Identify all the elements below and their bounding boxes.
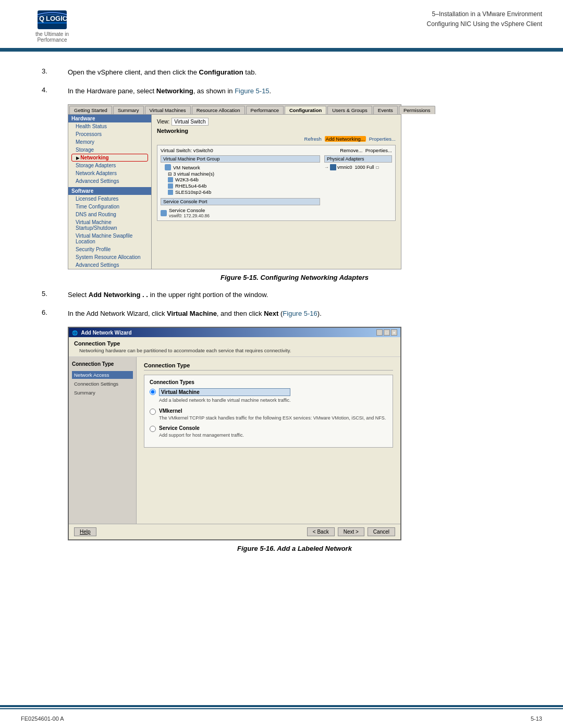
panel-storage-adapters[interactable]: Storage Adapters bbox=[68, 162, 151, 169]
vm-rhel5: RHEL5u4-64b bbox=[168, 183, 320, 189]
footer-left: FE0254601-00 A bbox=[21, 715, 64, 722]
cancel-button[interactable]: Cancel bbox=[368, 527, 395, 536]
panel-licensed-features[interactable]: Licensed Features bbox=[68, 195, 151, 203]
tab-getting-started[interactable]: Getting Started bbox=[69, 106, 112, 114]
wizard-footer: Help < Back Next > Cancel bbox=[69, 524, 400, 539]
refresh-link[interactable]: Refresh bbox=[304, 136, 322, 142]
step-5-text: Select Add Networking . . in the upper r… bbox=[68, 290, 521, 300]
option-vm-desc: Add a labeled network to handle virtual … bbox=[159, 397, 290, 404]
qlogic-logo-icon: Q LOGIC bbox=[36, 9, 68, 30]
panel-processors[interactable]: Processors bbox=[68, 130, 151, 138]
panel-health-status[interactable]: Health Status bbox=[68, 122, 151, 130]
figure-16-link[interactable]: Figure 5-16 bbox=[283, 310, 317, 317]
wizard-nav-network-access[interactable]: Network Access bbox=[72, 371, 133, 379]
tab-events[interactable]: Events bbox=[373, 106, 398, 114]
wizard-titlebar-controls: _ □ × bbox=[376, 329, 397, 336]
figure-15-link[interactable]: Figure 5-15 bbox=[235, 87, 269, 95]
wizard-nav-connection-settings[interactable]: Connection Settings bbox=[72, 380, 133, 388]
footer-right: 5-13 bbox=[531, 715, 542, 722]
tab-resource-allocation[interactable]: Resource Allocation bbox=[192, 106, 245, 114]
panel-storage[interactable]: Storage bbox=[68, 146, 151, 154]
panel-dns-routing[interactable]: DNS and Routing bbox=[68, 211, 151, 218]
option-sc-label: Service Console bbox=[159, 425, 244, 431]
vm-w2k3-icon bbox=[168, 177, 173, 182]
panel-networking[interactable]: Networking bbox=[71, 154, 148, 162]
close-button[interactable]: × bbox=[391, 329, 397, 336]
panel-system-resource[interactable]: System Resource Allocation bbox=[68, 253, 151, 261]
wizard-screenshot: 🌐 Add Network Wizard _ □ × Connection Ty… bbox=[68, 327, 401, 540]
view-dropdown[interactable]: Virtual Switch bbox=[172, 118, 208, 126]
adapter-icon bbox=[330, 164, 336, 170]
wizard-header-section: Connection Type Networking hardware can … bbox=[69, 337, 400, 357]
wizard-header-desc: Networking hardware can be partitioned t… bbox=[79, 348, 395, 353]
tab-users-groups[interactable]: Users & Groups bbox=[327, 106, 372, 114]
vswitch-box: Virtual Switch: vSwitch0 Remove... Prope… bbox=[157, 145, 396, 221]
figure-16-container: 🌐 Add Network Wizard _ □ × Connection Ty… bbox=[68, 327, 521, 552]
panel-network-adapters[interactable]: Network Adapters bbox=[68, 169, 151, 177]
panel-time-configuration[interactable]: Time Configuration bbox=[68, 203, 151, 211]
vsphere-left-panel: Hardware Health Status Processors Memory… bbox=[68, 115, 152, 269]
option-vm-content: Virtual Machine Add a labeled network to… bbox=[159, 388, 290, 404]
help-button[interactable]: Help bbox=[74, 527, 96, 536]
vsphere-body: Hardware Health Status Processors Memory… bbox=[68, 115, 401, 269]
radio-service-console[interactable] bbox=[150, 426, 156, 432]
hardware-section-header: Hardware bbox=[68, 115, 151, 122]
tab-summary[interactable]: Summary bbox=[113, 106, 144, 114]
add-networking-link[interactable]: Add Networking... bbox=[325, 136, 366, 142]
panel-advanced-settings-hw[interactable]: Advanced Settings bbox=[68, 177, 151, 185]
panel-advanced-settings-sw[interactable]: Advanced Settings bbox=[68, 261, 151, 269]
service-console-ip: vswif0: 172.29.40.86 bbox=[169, 213, 210, 218]
service-console-label: Service Console bbox=[169, 207, 210, 213]
wizard-nav-summary[interactable]: Summary bbox=[72, 389, 133, 397]
option-virtual-machine: Virtual Machine Add a labeled network to… bbox=[150, 388, 387, 404]
vm-sles: SLES10sp2-64b bbox=[168, 189, 320, 195]
back-button[interactable]: < Back bbox=[307, 527, 335, 536]
vm-network-row: VM Network bbox=[165, 164, 320, 170]
figure-16-caption: Figure 5-16. Add a Labeled Network bbox=[68, 545, 521, 552]
radio-virtual-machine[interactable] bbox=[150, 389, 156, 395]
figure-15-caption: Figure 5-15. Configuring Networking Adap… bbox=[68, 274, 521, 281]
option-sc-content: Service Console Add support for host man… bbox=[159, 425, 244, 439]
figure-15-container: Getting Started Summary Virtual Machines… bbox=[68, 104, 521, 281]
panel-vm-swapfile[interactable]: Virtual Machine Swapfile Location bbox=[68, 232, 151, 245]
page-footer: FE0254601-00 A 5-13 bbox=[0, 708, 563, 728]
wizard-body: Connection Type Network Access Connectio… bbox=[69, 357, 400, 524]
logo-area: Q LOGIC the Ultimate in Performance bbox=[21, 9, 83, 43]
step-6-text: In the Add Network Wizard, click Virtual… bbox=[68, 309, 521, 319]
step-6-number: 6. bbox=[42, 309, 68, 316]
vm-sles-label: SLES10sp2-64b bbox=[175, 189, 211, 195]
panel-vm-startup-shutdown[interactable]: Virtual Machine Startup/Shutdown bbox=[68, 218, 151, 232]
step-5: 5. Select Add Networking . . in the uppe… bbox=[42, 290, 521, 300]
next-button[interactable]: Next > bbox=[338, 527, 364, 536]
properties-link[interactable]: Properties... bbox=[369, 136, 396, 142]
wizard-titlebar: 🌐 Add Network Wizard _ □ × bbox=[69, 328, 400, 337]
panel-security-profile[interactable]: Security Profile bbox=[68, 245, 151, 253]
wizard-header-title: Connection Type bbox=[74, 340, 395, 347]
option-vm-label: Virtual Machine bbox=[159, 388, 290, 396]
option-vmkernel: VMkernel The VMkernel TCP/IP stack handl… bbox=[150, 408, 387, 422]
panel-memory[interactable]: Memory bbox=[68, 138, 151, 146]
logo-tagline: the Ultimate in Performance bbox=[21, 31, 83, 43]
wizard-nav: Connection Type Network Access Connectio… bbox=[69, 357, 137, 524]
adapter-vmnic0: → vmnic0 1000 Full □ bbox=[324, 164, 392, 170]
maximize-button[interactable]: □ bbox=[384, 329, 390, 336]
service-console-row: Service Console vswif0: 172.29.40.86 bbox=[161, 207, 320, 218]
minimize-button[interactable]: _ bbox=[376, 329, 383, 336]
tab-performance[interactable]: Performance bbox=[246, 106, 284, 114]
vsphere-screenshot: Getting Started Summary Virtual Machines… bbox=[68, 104, 401, 269]
port-group-header: Virtual Machine Port Group bbox=[161, 155, 320, 163]
header-chapter-info: 5–Installation in a VMware Environment C… bbox=[83, 9, 542, 29]
tab-configuration[interactable]: Configuration bbox=[285, 106, 326, 114]
vsphere-tab-bar: Getting Started Summary Virtual Machines… bbox=[68, 105, 401, 115]
step-6: 6. In the Add Network Wizard, click Virt… bbox=[42, 309, 521, 319]
service-console-header: Service Console Port bbox=[161, 198, 320, 205]
step-4-text: In the Hardware pane, select Networking,… bbox=[68, 86, 521, 96]
tab-permissions[interactable]: Permissions bbox=[399, 106, 435, 114]
wizard-section-title: Connection Type bbox=[144, 362, 393, 371]
port-group-col: Virtual Machine Port Group VM Network ⊟ … bbox=[161, 155, 320, 218]
radio-vmkernel[interactable] bbox=[150, 409, 156, 415]
tab-virtual-machines[interactable]: Virtual Machines bbox=[145, 106, 191, 114]
connection-types-box: Connection Types Virtual Machine Add a l… bbox=[144, 375, 393, 448]
adapter-arrow: → bbox=[324, 165, 329, 170]
adapter-label: vmnic0 1000 Full bbox=[337, 165, 374, 170]
